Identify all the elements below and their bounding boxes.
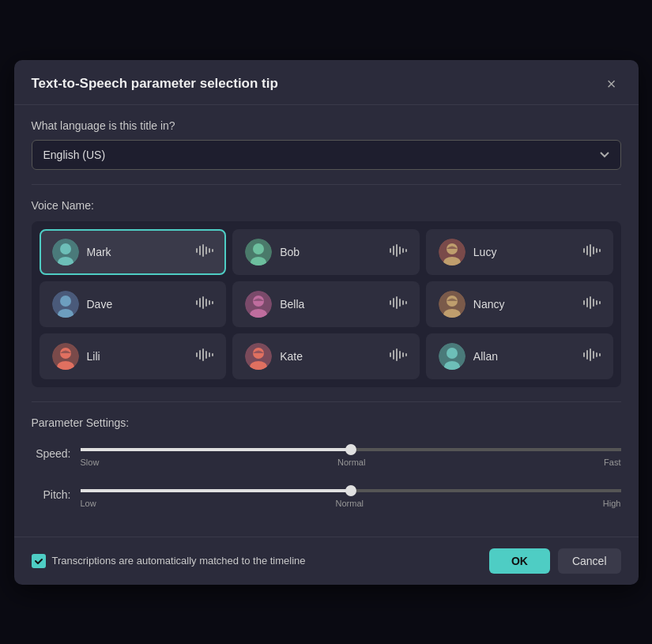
svg-rect-44 (405, 301, 407, 304)
svg-rect-32 (202, 296, 204, 309)
svg-rect-42 (399, 299, 401, 307)
voice-card-bob[interactable]: Bob (232, 229, 420, 275)
svg-rect-6 (205, 247, 207, 254)
svg-rect-71 (405, 353, 407, 356)
voice-card-mark[interactable]: Mark (40, 229, 227, 275)
svg-rect-31 (199, 298, 201, 307)
pitch-slider-container: Low Normal High (81, 481, 621, 508)
wave-lili (196, 348, 213, 364)
svg-rect-25 (596, 248, 597, 253)
svg-rect-21 (583, 248, 585, 253)
divider-2 (32, 401, 621, 402)
wave-icon-dave (196, 296, 213, 309)
svg-rect-15 (399, 247, 401, 254)
svg-point-73 (447, 348, 458, 359)
voice-card-bella[interactable]: Bella (232, 281, 420, 327)
wave-bella (390, 296, 407, 312)
svg-rect-61 (209, 352, 210, 357)
transcription-checkbox[interactable] (32, 554, 46, 568)
speed-label: Speed: (32, 447, 71, 460)
wave-allan (583, 348, 601, 364)
svg-rect-52 (596, 300, 597, 305)
wave-dave (196, 296, 213, 312)
pitch-normal: Normal (336, 499, 364, 508)
avatar-dave (52, 291, 79, 318)
speed-row: Speed: Slow Normal Fast (32, 440, 621, 467)
divider-1 (32, 184, 621, 185)
wave-icon-kate (390, 348, 407, 361)
dialog: Text-to-Speech parameter selection tip ×… (14, 60, 639, 585)
svg-rect-14 (396, 244, 398, 257)
dialog-header: Text-to-Speech parameter selection tip × (14, 60, 639, 105)
voice-name-kate: Kate (280, 350, 382, 363)
close-button[interactable]: × (602, 74, 621, 93)
svg-rect-80 (599, 353, 601, 356)
speed-normal: Normal (337, 458, 365, 467)
svg-rect-58 (199, 350, 201, 360)
dialog-body: What language is this title in? English … (14, 105, 639, 537)
pitch-labels: Low Normal High (81, 499, 621, 508)
avatar-bob (245, 239, 272, 266)
voice-name-bella: Bella (280, 298, 382, 311)
wave-lucy (583, 244, 601, 260)
svg-rect-5 (202, 244, 204, 257)
language-select[interactable]: English (US)English (UK)SpanishFrenchGer… (32, 140, 621, 170)
avatar-mark (52, 239, 79, 266)
speed-fast: Fast (604, 458, 620, 467)
check-icon (34, 556, 43, 566)
voice-name-nancy: Nancy (473, 298, 575, 311)
wave-kate (390, 348, 407, 364)
voice-card-lucy[interactable]: Lucy (426, 229, 613, 275)
avatar-lili (52, 343, 79, 370)
svg-rect-34 (209, 300, 210, 305)
svg-rect-35 (212, 301, 213, 304)
svg-rect-76 (586, 350, 588, 360)
checkbox-label: Transcriptions are automatically matched… (52, 555, 306, 567)
voice-card-dave[interactable]: Dave (40, 281, 227, 327)
voice-card-allan[interactable]: Allan (426, 333, 613, 379)
svg-rect-7 (209, 248, 210, 253)
modal-overlay: Text-to-Speech parameter selection tip ×… (0, 0, 652, 644)
pitch-high: High (603, 499, 621, 508)
svg-rect-62 (212, 353, 213, 356)
wave-icon-mark (196, 244, 213, 257)
voice-name-mark: Mark (87, 246, 189, 258)
svg-rect-60 (205, 351, 207, 359)
svg-rect-16 (402, 248, 404, 253)
svg-rect-68 (396, 348, 398, 361)
speed-slider-container: Slow Normal Fast (81, 440, 621, 467)
wave-mark (196, 244, 213, 260)
voice-name-allan: Allan (473, 350, 575, 363)
svg-rect-26 (599, 249, 601, 252)
svg-point-1 (60, 243, 71, 254)
avatar-kate (245, 343, 272, 370)
pitch-slider[interactable] (81, 489, 621, 492)
svg-rect-69 (399, 351, 401, 359)
speed-labels: Slow Normal Fast (81, 458, 621, 467)
svg-rect-48 (583, 300, 585, 305)
pitch-label: Pitch: (32, 488, 71, 501)
avatar-bella (245, 291, 272, 318)
voice-card-kate[interactable]: Kate (232, 333, 420, 379)
svg-rect-33 (205, 299, 207, 307)
pitch-low: Low (81, 499, 96, 508)
speed-slow: Slow (81, 458, 100, 467)
svg-rect-22 (586, 246, 588, 255)
ok-button[interactable]: OK (489, 548, 550, 574)
svg-rect-17 (405, 249, 407, 252)
speed-slider[interactable] (81, 448, 621, 451)
svg-rect-59 (202, 348, 204, 361)
wave-nancy (583, 296, 601, 312)
voice-card-lili[interactable]: Lili (40, 333, 227, 379)
svg-rect-3 (196, 248, 198, 253)
pitch-row: Pitch: Low Normal High (32, 481, 621, 508)
voice-section-label: Voice Name: (32, 199, 621, 212)
voice-card-nancy[interactable]: Nancy (426, 281, 613, 327)
cancel-button[interactable]: Cancel (558, 548, 621, 574)
wave-icon-nancy (583, 296, 601, 309)
wave-icon-lucy (583, 244, 601, 257)
dialog-footer: Transcriptions are automatically matched… (14, 537, 639, 585)
dialog-title: Text-to-Speech parameter selection tip (32, 76, 278, 92)
svg-rect-4 (199, 246, 201, 255)
voice-grid-container: Mark Bob Lucy Dave (32, 221, 621, 387)
